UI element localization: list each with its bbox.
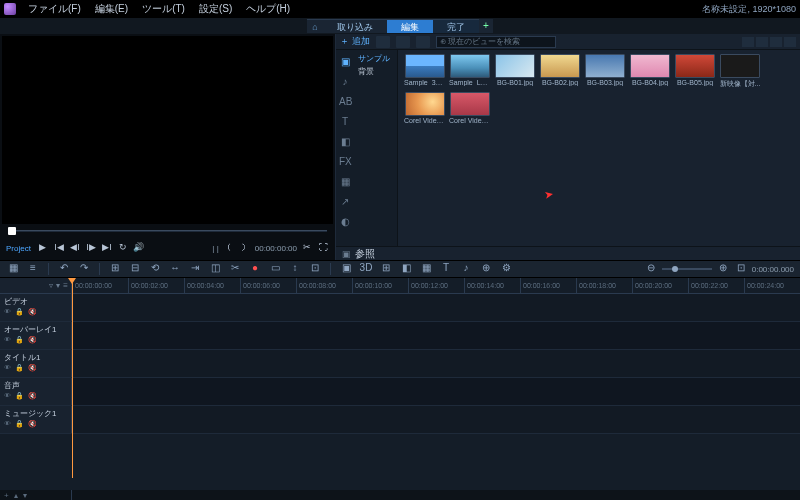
cat-fx-icon[interactable]: FX — [339, 156, 351, 168]
menu-help[interactable]: ヘルプ(H) — [240, 2, 296, 16]
redo-button[interactable]: ↷ — [77, 262, 91, 276]
tl-tool-10[interactable]: ⊡ — [308, 262, 322, 276]
timeline-track[interactable]: ビデオ👁🔒🔇 — [0, 294, 800, 322]
track-mute-icon[interactable]: 🔇 — [28, 308, 37, 316]
menu-settings[interactable]: 設定(S) — [193, 2, 238, 16]
zoom-out-button[interactable]: ⊖ — [644, 262, 658, 276]
tl-tool-16[interactable]: T — [439, 262, 453, 276]
track-mute-icon[interactable]: 🔇 — [28, 392, 37, 400]
tl-tool-1[interactable]: ⊞ — [108, 262, 122, 276]
view-thumb-button[interactable] — [742, 37, 754, 47]
lib-sort-icon[interactable] — [396, 36, 410, 48]
zoom-in-button[interactable]: ⊕ — [716, 262, 730, 276]
playhead[interactable] — [72, 278, 73, 478]
tl-tool-7[interactable]: ✂ — [228, 262, 242, 276]
play-button[interactable]: ▶ — [37, 242, 49, 254]
cat-title-icon[interactable]: T — [339, 116, 351, 128]
media-thumb[interactable]: Corel Video... — [404, 92, 446, 124]
zoom-fit-button[interactable]: ⊡ — [734, 262, 748, 276]
tl-tool-15[interactable]: ▦ — [419, 262, 433, 276]
tree-sample[interactable]: サンプル — [356, 52, 395, 65]
media-thumb[interactable]: Corel Video... — [449, 92, 491, 124]
step-back-button[interactable]: ◀I — [69, 242, 81, 254]
tl-tool-8[interactable]: ▭ — [268, 262, 282, 276]
view-list-button[interactable] — [756, 37, 768, 47]
track-mute-icon[interactable]: 🔇 — [28, 420, 37, 428]
preview-mode-label[interactable]: Project — [6, 244, 31, 253]
split-button[interactable]: ✂ — [301, 242, 313, 254]
tl-tool-5[interactable]: ⇥ — [188, 262, 202, 276]
loop-button[interactable]: ↻ — [117, 242, 129, 254]
browse-label[interactable]: 参照 — [355, 247, 375, 261]
media-thumb[interactable]: BG-B02.jpg — [539, 54, 581, 89]
mark-in-button[interactable]: ⟮ — [223, 242, 235, 254]
tl-tool-13[interactable]: ⊞ — [379, 262, 393, 276]
media-thumb[interactable]: Sample_360... — [404, 54, 446, 89]
tree-background[interactable]: 背景 — [356, 65, 395, 78]
tab-done[interactable]: 完了 — [433, 19, 479, 33]
tab-capture[interactable]: 取り込み — [323, 19, 387, 33]
step-fwd-button[interactable]: I▶ — [85, 242, 97, 254]
timeline-track[interactable]: タイトル1👁🔒🔇 — [0, 350, 800, 378]
tl-tool-6[interactable]: ◫ — [208, 262, 222, 276]
lib-folder-icon[interactable] — [376, 36, 390, 48]
tl-record-button[interactable]: ● — [248, 262, 262, 276]
track-visibility-icon[interactable]: 👁 — [4, 336, 11, 344]
cat-transition-icon[interactable]: AB — [339, 96, 351, 108]
cat-path-icon[interactable]: ↗ — [339, 196, 351, 208]
track-lock-icon[interactable]: 🔒 — [15, 364, 24, 372]
track-lock-icon[interactable]: 🔒 — [15, 392, 24, 400]
track-visibility-icon[interactable]: 👁 — [4, 364, 11, 372]
add-track-button[interactable]: + — [4, 491, 9, 500]
track-header[interactable]: ビデオ👁🔒🔇 — [0, 294, 72, 321]
tl-tool-9[interactable]: ↕ — [288, 262, 302, 276]
mark-out-button[interactable]: ⟯ — [239, 242, 251, 254]
ruler-snap-icon[interactable]: ▿ — [49, 281, 53, 290]
scroll-up-button[interactable]: ▴ — [14, 491, 18, 500]
tl-tool-18[interactable]: ⊕ — [479, 262, 493, 276]
track-visibility-icon[interactable]: 👁 — [4, 392, 11, 400]
cat-ar-icon[interactable]: ◐ — [339, 216, 351, 228]
tl-tool-17[interactable]: ♪ — [459, 262, 473, 276]
volume-button[interactable]: 🔊 — [133, 242, 145, 254]
tl-tool-14[interactable]: ◧ — [399, 262, 413, 276]
track-lane[interactable] — [72, 294, 800, 321]
track-lane[interactable] — [72, 350, 800, 377]
view-hide-button[interactable] — [784, 37, 796, 47]
cat-graphic-icon[interactable]: ◧ — [339, 136, 351, 148]
tl-tool-3[interactable]: ⟲ — [148, 262, 162, 276]
timeline-ruler[interactable]: ▿ ▾ ≡ 00:00:00:0000:00:02:0000:00:04:000… — [0, 278, 800, 294]
preview-viewport[interactable] — [2, 36, 333, 224]
track-lock-icon[interactable]: 🔒 — [15, 308, 24, 316]
home-tab[interactable]: ⌂ — [307, 19, 323, 33]
tl-tool-4[interactable]: ↔ — [168, 262, 182, 276]
undo-button[interactable]: ↶ — [57, 262, 71, 276]
track-lane[interactable] — [72, 322, 800, 349]
zoom-slider[interactable] — [662, 268, 712, 270]
storyboard-view-button[interactable]: ▦ — [6, 262, 20, 276]
tl-tool-12[interactable]: 3D — [359, 262, 373, 276]
track-header[interactable]: タイトル1👁🔒🔇 — [0, 350, 72, 377]
track-lane[interactable] — [72, 378, 800, 405]
timeline-track[interactable]: ミュージック1👁🔒🔇 — [0, 406, 800, 434]
media-thumb[interactable]: BG-B03.jpg — [584, 54, 626, 89]
cat-media-icon[interactable]: ▣ — [339, 56, 351, 68]
cat-audio-icon[interactable]: ♪ — [339, 76, 351, 88]
preview-scrubber[interactable] — [0, 226, 335, 236]
media-thumb[interactable]: BG-B05.jpg — [674, 54, 716, 89]
timeline-view-button[interactable]: ≡ — [26, 262, 40, 276]
media-thumb[interactable]: BG-B04.jpg — [629, 54, 671, 89]
track-header[interactable]: 音声👁🔒🔇 — [0, 378, 72, 405]
timeline-track[interactable]: 音声👁🔒🔇 — [0, 378, 800, 406]
cat-filter-icon[interactable]: ▦ — [339, 176, 351, 188]
library-search-input[interactable]: ⊕ 現在のビューを検索 — [436, 36, 556, 48]
browse-icon[interactable]: ▣ — [342, 249, 351, 259]
ruler-marker-icon[interactable]: ▾ — [56, 281, 60, 290]
tl-tool-19[interactable]: ⚙ — [499, 262, 513, 276]
track-lock-icon[interactable]: 🔒 — [15, 420, 24, 428]
media-thumb[interactable]: 新映像【対... — [719, 54, 761, 89]
tab-edit[interactable]: 編集 — [387, 19, 433, 33]
view-detail-button[interactable] — [770, 37, 782, 47]
track-mute-icon[interactable]: 🔇 — [28, 336, 37, 344]
menu-file[interactable]: ファイル(F) — [22, 2, 87, 16]
